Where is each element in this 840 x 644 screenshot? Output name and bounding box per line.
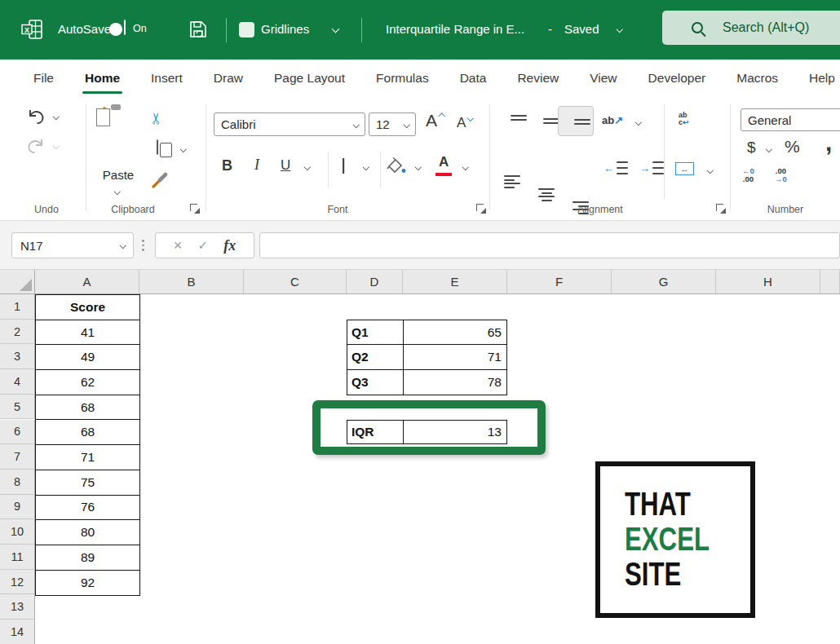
font-size-combo[interactable]: 12 (369, 112, 416, 136)
percent-format-button[interactable]: % (785, 137, 800, 157)
tab-page-layout[interactable]: Page Layout (259, 60, 360, 98)
row-header-14[interactable]: 14 (0, 620, 35, 644)
bold-button[interactable]: B (222, 157, 232, 174)
format-painter-icon[interactable] (150, 170, 170, 192)
cell-A4[interactable]: 62 (36, 370, 139, 395)
save-icon[interactable] (188, 19, 209, 42)
row-header-7[interactable]: 7 (0, 444, 35, 470)
tab-insert[interactable]: Insert (135, 60, 198, 98)
alignment-dialog-launcher-icon[interactable] (716, 204, 726, 214)
cell-A7[interactable]: 71 (36, 445, 139, 470)
tab-data[interactable]: Data (444, 60, 502, 98)
cell-E2[interactable]: 65 (404, 320, 506, 345)
wrap-text-button[interactable]: ab c↩ (679, 112, 689, 126)
paste-button[interactable]: Paste (96, 168, 140, 182)
column-header-E[interactable]: E (403, 270, 507, 294)
undo-button[interactable] (26, 108, 46, 128)
fill-color-icon[interactable] (387, 157, 406, 177)
row-header-3[interactable]: 3 (0, 344, 35, 369)
align-left-button[interactable] (504, 175, 520, 188)
row-header-6[interactable]: 6 (0, 420, 35, 445)
cell-A6[interactable]: 68 (36, 421, 139, 446)
cell-A2[interactable]: 41 (36, 320, 139, 346)
autosave-toggle[interactable]: On (124, 20, 126, 35)
copy-dropdown-chevron[interactable] (180, 146, 187, 152)
cell-A3[interactable]: 49 (36, 345, 139, 370)
save-status-chevron[interactable] (617, 26, 623, 33)
cell-A1[interactable]: Score (36, 295, 139, 320)
paste-dropdown-chevron[interactable] (114, 188, 121, 195)
cell-E3[interactable]: 71 (404, 345, 506, 369)
increase-indent-button[interactable]: → (639, 161, 664, 174)
clipboard-dialog-launcher-icon[interactable] (190, 204, 200, 214)
decrease-decimal-button[interactable]: .00 →0 (775, 167, 787, 183)
tab-view[interactable]: View (574, 60, 632, 98)
font-dialog-launcher-icon[interactable] (476, 204, 486, 214)
cell-E4[interactable]: 78 (404, 370, 506, 395)
cell-A8[interactable]: 75 (36, 470, 139, 496)
font-name-combo[interactable]: Calibri (214, 112, 365, 136)
row-header-11[interactable]: 11 (0, 545, 35, 570)
cell-D3[interactable]: Q2 (347, 345, 404, 369)
merge-center-button[interactable]: ↔ (675, 162, 694, 175)
column-header-B[interactable]: B (139, 270, 244, 294)
cancel-icon[interactable]: × (174, 237, 183, 254)
tab-draw[interactable]: Draw (198, 60, 259, 98)
save-status[interactable]: Saved (564, 22, 599, 36)
gridlines-dropdown-chevron[interactable] (332, 25, 340, 33)
borders-dropdown-chevron[interactable] (363, 164, 369, 170)
cell-D2[interactable]: Q1 (347, 320, 404, 345)
cell-A5[interactable]: 68 (36, 395, 139, 421)
insert-function-icon[interactable]: fx (223, 237, 236, 254)
tab-home[interactable]: Home (69, 60, 135, 98)
row-header-4[interactable]: 4 (0, 369, 35, 395)
undo-dropdown-chevron[interactable] (53, 113, 60, 120)
column-header-G[interactable]: G (612, 270, 716, 294)
column-header-F[interactable]: F (507, 270, 612, 294)
enter-icon[interactable]: ✓ (197, 238, 208, 253)
row-header-13[interactable]: 13 (0, 594, 35, 620)
underline-dropdown-chevron[interactable] (304, 164, 311, 170)
font-color-dropdown-chevron[interactable] (462, 164, 469, 170)
number-format-combo[interactable]: General (741, 108, 840, 131)
tab-file[interactable]: File (18, 60, 69, 98)
underline-button[interactable]: U (281, 157, 290, 174)
font-color-button[interactable]: A (439, 154, 449, 170)
tab-help[interactable]: Help (794, 60, 840, 98)
cell-D4[interactable]: Q3 (347, 370, 404, 395)
cell-A12[interactable]: 92 (36, 571, 139, 596)
cell-A11[interactable]: 89 (36, 545, 139, 571)
comma-format-button[interactable]: , (825, 129, 832, 157)
cell-E6[interactable]: 13 (404, 421, 506, 444)
name-box[interactable]: N17 (11, 232, 134, 258)
row-header-1[interactable]: 1 (0, 294, 35, 320)
tab-developer[interactable]: Developer (633, 60, 722, 98)
tab-macros[interactable]: Macros (721, 60, 794, 98)
paste-icon[interactable] (103, 107, 106, 124)
copy-icon[interactable] (157, 139, 158, 155)
increase-decimal-button[interactable]: ←0 .00 (742, 167, 754, 183)
row-header-12[interactable]: 12 (0, 570, 35, 595)
column-header-A[interactable]: A (35, 270, 139, 294)
cell-D6[interactable]: IQR (347, 421, 404, 444)
column-header-C[interactable]: C (244, 270, 347, 294)
formula-input[interactable] (259, 232, 840, 258)
column-header-D[interactable]: D (347, 270, 403, 294)
borders-icon[interactable] (343, 158, 344, 174)
tab-formulas[interactable]: Formulas (360, 60, 444, 98)
redo-button[interactable] (26, 137, 46, 157)
cut-icon[interactable]: ✂ (147, 112, 166, 126)
increase-font-size-button[interactable]: A (426, 111, 437, 130)
decrease-font-size-button[interactable]: A (457, 115, 466, 131)
decrease-indent-button[interactable]: ← (603, 161, 628, 174)
cell-A9[interactable]: 76 (36, 496, 139, 521)
excel-app-icon[interactable]: X (21, 18, 44, 43)
gridlines-checkbox[interactable] (239, 22, 254, 37)
fill-color-dropdown-chevron[interactable] (415, 164, 422, 170)
formula-bar-drag-dots[interactable] (142, 240, 144, 251)
orientation-button[interactable]: ab↗ (602, 114, 623, 126)
document-title[interactable]: Interquartile Range in E... (386, 22, 524, 36)
currency-format-button[interactable]: $ (747, 139, 756, 157)
row-header-9[interactable]: 9 (0, 495, 35, 520)
name-box-chevron[interactable] (119, 242, 126, 249)
